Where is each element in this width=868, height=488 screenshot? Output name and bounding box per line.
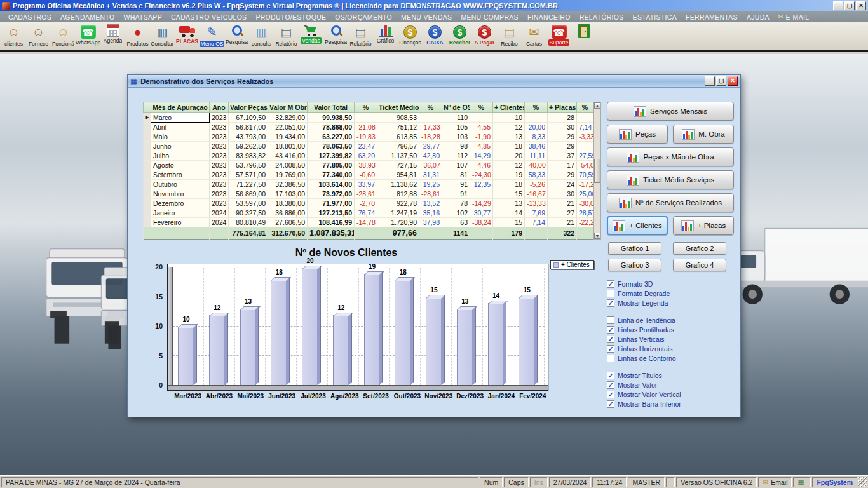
checkbox-linhas-de-contorno[interactable]: Linhas de Contorno bbox=[607, 353, 734, 363]
menu-agendamento[interactable]: AGENDAMENTO bbox=[56, 13, 119, 21]
cell-valor-pecas: 67.109,50 bbox=[229, 113, 268, 123]
toolbar-sair[interactable] bbox=[571, 23, 596, 51]
menu-whatsapp[interactable]: WHATSAPP bbox=[119, 13, 166, 21]
cell-ano: 2023 bbox=[210, 151, 229, 161]
menu-menu-compras[interactable]: MENU COMPRAS bbox=[456, 13, 523, 21]
toolbar-suporte[interactable]: ☎Suporte bbox=[546, 23, 571, 51]
toolbar-menu-os[interactable]: ✎Menu OS bbox=[200, 23, 224, 51]
button-pecas[interactable]: Peças bbox=[607, 125, 668, 144]
toolbar-recibo[interactable]: ▤Recibo bbox=[497, 23, 522, 51]
menu-ferramentas[interactable]: FERRAMENTAS bbox=[681, 13, 742, 21]
doc-window-title-bar[interactable]: ▦ Demonstrativo dos Serviços Realizados … bbox=[128, 75, 740, 88]
toolbar-caixa[interactable]: $CAIXA bbox=[423, 23, 447, 51]
toolbar-placas[interactable]: PLACAS bbox=[175, 23, 200, 51]
menu-cadastros[interactable]: CADASTROS bbox=[4, 13, 56, 21]
scroll-thumb[interactable] bbox=[594, 159, 600, 183]
table-row-setembro[interactable]: Setembro202357.571,0019.769,0077.340,00-… bbox=[144, 170, 593, 180]
table-row-outubro[interactable]: Outubro202371.227,5032.386,50103.614,003… bbox=[144, 180, 593, 189]
resize-grip[interactable] bbox=[858, 477, 867, 487]
app-title-bar[interactable]: Programa Oficina Mecânica + Vendas e Fin… bbox=[0, 0, 868, 11]
table-row-junho[interactable]: Junho202359.262,5018.801,0078.063,5023,4… bbox=[144, 142, 593, 151]
menu-cadastro-veiculos[interactable]: CADASTRO VEICULOS bbox=[166, 13, 251, 21]
checkbox-formato-degrade[interactable]: Formato Degrade bbox=[607, 288, 734, 298]
scroll-up-icon[interactable]: ▲ bbox=[594, 102, 600, 109]
checkbox-mostrar-legenda[interactable]: ✓Mostrar Legenda bbox=[607, 298, 734, 308]
checkbox-linhas-horizontais[interactable]: ✓Linhas Horizontais bbox=[607, 344, 734, 353]
checkbox-mostrar-titulos[interactable]: ✓Mostrar Títulos bbox=[607, 370, 734, 380]
maximize-button[interactable]: ▢ bbox=[844, 1, 855, 10]
toolbar-pesquisa-vendas[interactable]: Pesquisa bbox=[323, 23, 348, 51]
button-placas[interactable]: + Placas bbox=[673, 216, 734, 235]
status-brand[interactable]: FpqSystem bbox=[812, 477, 857, 487]
table-row-abril[interactable]: Abril202356.817,0022.051,0078.868,00-21,… bbox=[144, 123, 593, 132]
toolbar-consulta-os[interactable]: ▥consulta bbox=[249, 23, 274, 51]
button-ticket-medio-servicos[interactable]: Ticket Médio Serviços bbox=[607, 170, 734, 189]
table-scrollbar[interactable]: ▲ ▼ bbox=[593, 102, 601, 240]
toolbar-whatsapp[interactable]: ☎WhatsApp bbox=[76, 23, 100, 51]
toolbar-relatorio-os[interactable]: ▤Relatório bbox=[274, 23, 299, 51]
table-row-agosto[interactable]: Agosto202353.796,5024.008,5077.805,00-38… bbox=[144, 161, 593, 170]
cell-ticket-medio: 613,85 bbox=[377, 132, 419, 142]
minimize-button[interactable]: – bbox=[833, 1, 843, 10]
checkbox-mostrar-valor[interactable]: ✓Mostrar Valor bbox=[607, 380, 734, 390]
x-axis-label-mai-2023: Mai/2023 bbox=[235, 393, 266, 400]
cell-clientes: 15 bbox=[493, 189, 525, 199]
button-servicos-mensais[interactable]: Serviços Mensais bbox=[607, 102, 734, 121]
minimize-button[interactable]: – bbox=[705, 76, 715, 86]
checkbox-mostrar-barra-inferior[interactable]: ✓Mostrar Barra Inferior bbox=[607, 399, 734, 409]
checkbox-linha-de-tendencia[interactable]: Linha de Tendência bbox=[607, 315, 734, 325]
button-pecas-x-mao-de-obra[interactable]: Peças x Mão de Obra bbox=[607, 147, 734, 166]
scroll-down-icon[interactable]: ▼ bbox=[594, 233, 600, 239]
toolbar-grafico[interactable]: Gráfico bbox=[373, 23, 398, 51]
menu-produto-estoque[interactable]: PRODUTO/ESTOQUE bbox=[251, 13, 330, 21]
table-row-dezembro[interactable]: Dezembro202353.597,0018.380,0071.977,00-… bbox=[144, 199, 593, 208]
button-n-de-servicos-realizados[interactable]: Nº de Serviços Realizados bbox=[607, 193, 734, 212]
toolbar-funcionarios[interactable]: ☺Funcioná bbox=[51, 23, 76, 51]
table-row-maio[interactable]: Maio202343.793,0019.434,0063.227,00-19,8… bbox=[144, 132, 593, 142]
button-grafico-1[interactable]: Grafico 1 bbox=[608, 242, 661, 255]
table-row-marco[interactable]: ▶Marco202367.109,5032.829,0099.938,50908… bbox=[144, 113, 593, 123]
cell-ano: 2023 bbox=[210, 132, 229, 142]
toolbar-financas[interactable]: $Finanças bbox=[398, 23, 423, 51]
status-bar: PARA DE MINAS - MG 27 de Março de 2024 -… bbox=[0, 475, 868, 488]
toolbar-receber[interactable]: $Receber bbox=[447, 23, 472, 51]
toolbar-consultar[interactable]: ▥Consultar bbox=[150, 23, 175, 51]
button-clientes[interactable]: + Clientes bbox=[607, 216, 668, 235]
checkbox-linhas-pontilhadas[interactable]: ✓Linhas Pontilhadas bbox=[607, 325, 734, 334]
table-row-julho[interactable]: Julho202383.983,8243.416,00127.399,8263,… bbox=[144, 151, 593, 161]
table-row-fevereiro[interactable]: Fevereiro202480.810,4927.606,50108.416,9… bbox=[144, 218, 593, 227]
maximize-button[interactable]: ▢ bbox=[716, 76, 726, 86]
toolbar-produtos[interactable]: ●Produtos bbox=[125, 23, 150, 51]
gridline-20 bbox=[173, 268, 545, 268]
menu-menu-vendas[interactable]: MENU VENDAS bbox=[397, 13, 456, 21]
toolbar-relatorio-vendas[interactable]: ▤Relatório bbox=[348, 23, 373, 51]
checkbox-linhas-verticais[interactable]: ✓Linhas Verticais bbox=[607, 334, 734, 344]
menu-relatorios[interactable]: RELATÓRIOS bbox=[575, 13, 628, 21]
menu-ajuda[interactable]: AJUDA bbox=[742, 13, 774, 21]
checkbox-formato-3d[interactable]: ✓Formato 3D bbox=[607, 279, 734, 288]
close-button[interactable]: ✕ bbox=[728, 76, 738, 86]
toolbar-pesquisa-os[interactable]: Pesquisa bbox=[224, 23, 249, 51]
menu-e-mail[interactable]: ✉E-MAIL bbox=[774, 13, 814, 21]
table-row-novembro[interactable]: Novembro202356.869,0017.103,0073.972,00-… bbox=[144, 189, 593, 199]
button-grafico-3[interactable]: Grafico 3 bbox=[608, 259, 661, 271]
toolbar-fornecedores[interactable]: ☺Fornece bbox=[26, 23, 51, 51]
toolbar-a-pagar[interactable]: $A Pagar bbox=[472, 23, 497, 51]
table-row-janeiro[interactable]: Janeiro202490.327,5036.886,00127.213,507… bbox=[144, 208, 593, 218]
menu-os-orcamento[interactable]: OS/ORÇAMENTO bbox=[330, 13, 397, 21]
menu-financeiro[interactable]: FINANCEIRO bbox=[523, 13, 575, 21]
button-m-obra[interactable]: M. Obra bbox=[673, 125, 734, 144]
toolbar-agenda[interactable]: Agenda bbox=[100, 23, 125, 51]
toolbar-clientes[interactable]: ☺clientes bbox=[1, 23, 26, 51]
toolbar-vendas[interactable]: Vendas bbox=[299, 23, 323, 51]
chart-bar-slot: 15 bbox=[513, 268, 545, 385]
bar-value-label: 12 bbox=[337, 304, 344, 311]
cell-placas: 29 bbox=[548, 142, 577, 151]
toolbar-cartas[interactable]: ✉Cartas bbox=[522, 23, 546, 51]
button-grafico-4[interactable]: Grafico 4 bbox=[673, 259, 726, 271]
checkbox-mostrar-valor-vertical[interactable]: ✓Mostrar Valor Vertical bbox=[607, 390, 734, 399]
button-grafico-2[interactable]: Grafico 2 bbox=[673, 242, 726, 255]
close-button[interactable]: ✕ bbox=[856, 1, 866, 10]
status-email[interactable]: ✉Email bbox=[758, 477, 792, 487]
menu-estatistica[interactable]: ESTATISTICA bbox=[628, 13, 681, 21]
